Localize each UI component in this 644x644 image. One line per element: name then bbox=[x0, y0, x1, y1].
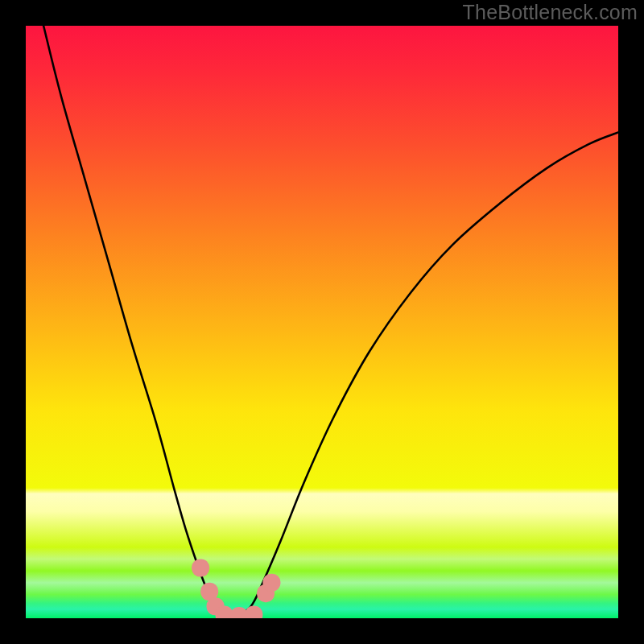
watermark-text: TheBottleneck.com bbox=[463, 1, 638, 24]
right-curve bbox=[236, 132, 618, 617]
highlight-dot bbox=[192, 559, 209, 576]
left-curve bbox=[43, 26, 236, 617]
highlight-dots bbox=[192, 559, 280, 618]
curve-overlay bbox=[26, 26, 618, 618]
highlight-dot bbox=[262, 574, 280, 592]
chart-frame: TheBottleneck.com bbox=[0, 0, 644, 644]
plot-area bbox=[26, 26, 618, 618]
highlight-dot bbox=[245, 606, 262, 618]
